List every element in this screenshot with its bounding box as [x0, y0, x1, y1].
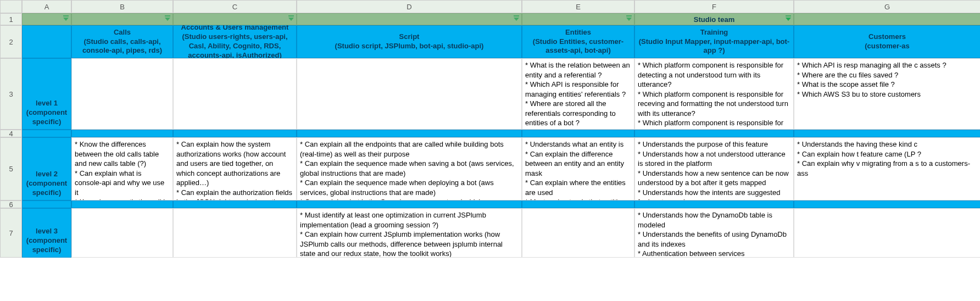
sep-A4[interactable]: [22, 130, 71, 137]
level-label-text: level 2 (component specific): [25, 170, 69, 198]
header-title: Training: [700, 28, 728, 37]
cell-G5[interactable]: * Understands the having these kind c * …: [794, 137, 980, 200]
cell-B3[interactable]: [71, 58, 173, 130]
row-label: 3: [9, 90, 13, 98]
sep-A6[interactable]: [22, 200, 71, 208]
header-cell-G[interactable]: Customers(customer-as: [794, 25, 980, 58]
cell-E5[interactable]: * Understands what an entity is * Can ex…: [522, 137, 634, 200]
cell-G3[interactable]: * Which API is resp managing all the c a…: [794, 58, 980, 130]
row-label: 6: [9, 200, 13, 209]
cell-text: * Know the differences between the old c…: [75, 140, 169, 200]
header-cell-F[interactable]: Training(Studio Input Mapper, input-mapp…: [634, 25, 794, 58]
level3-label[interactable]: level 3 (component specific): [22, 208, 71, 258]
header-title: Customers: [868, 32, 906, 42]
filter-cell-B[interactable]: [71, 13, 173, 25]
col-header-B[interactable]: B: [71, 0, 173, 13]
header-sub: (Studio Entities, customer-assets-api, b…: [526, 37, 631, 56]
header-sub: (customer-as: [865, 42, 910, 51]
level-label-text: level 3 (component specific): [25, 227, 69, 255]
row-header-7[interactable]: 7: [0, 208, 22, 258]
col-label: C: [232, 3, 237, 11]
header-cell-B[interactable]: Calls(Studio calls, calls-api, console-a…: [71, 25, 173, 58]
cell-text: * Which API is resp managing all the c a…: [797, 61, 946, 98]
header-sub: (Studio users-rights, users-api, Casl, A…: [177, 32, 293, 60]
header-sub: (Studio script, JSPlumb, bot-api, studio…: [335, 42, 484, 51]
col-label: F: [712, 3, 716, 11]
filter-icon: [288, 18, 294, 21]
team-label-cell[interactable]: Studio team: [634, 13, 794, 25]
col-header-G[interactable]: G: [794, 0, 980, 13]
row-header-3[interactable]: 3: [0, 58, 22, 130]
cell-text: * Understands how the DynamoDb table is …: [638, 211, 787, 258]
col-header-E[interactable]: E: [522, 0, 634, 13]
col-label: E: [576, 3, 581, 11]
col-header-F[interactable]: F: [634, 0, 794, 13]
sep-B6[interactable]: [71, 200, 173, 208]
header-title: Script: [399, 32, 420, 42]
cell-F3[interactable]: * Which platform component is responsibl…: [634, 58, 794, 130]
header-title: Entities: [565, 28, 591, 37]
filter-cell-E[interactable]: [522, 13, 634, 25]
cell-C5[interactable]: * Can explain how the system authorizati…: [173, 137, 297, 200]
cell-B5[interactable]: * Know the differences between the old c…: [71, 137, 173, 200]
cell-D3[interactable]: [297, 58, 522, 130]
header-sub: (Studio calls, calls-api, console-api, p…: [75, 37, 169, 56]
row-header-2[interactable]: 2: [0, 25, 22, 58]
cell-E7[interactable]: [522, 208, 634, 258]
header-sub: (Studio Input Mapper, input-mapper-api, …: [638, 37, 790, 56]
cell-G7[interactable]: [794, 208, 980, 258]
filter-cell-A[interactable]: [22, 13, 71, 25]
filter-cell-G[interactable]: [794, 13, 980, 25]
sep-F6[interactable]: [634, 200, 794, 208]
sep-E6[interactable]: [522, 200, 634, 208]
cell-D5[interactable]: * Can explain all the endpoints that are…: [297, 137, 522, 200]
col-header-C[interactable]: C: [173, 0, 297, 13]
sep-G4[interactable]: [794, 130, 980, 137]
row-header-4[interactable]: 4: [0, 130, 22, 137]
col-label: B: [120, 3, 125, 11]
header-cell-A[interactable]: [22, 25, 71, 58]
row-header-6[interactable]: 6: [0, 200, 22, 208]
col-label: D: [407, 3, 411, 11]
filter-cell-C[interactable]: [173, 13, 297, 25]
row-label: 4: [9, 130, 13, 138]
sep-D4[interactable]: [297, 130, 522, 137]
level2-label[interactable]: level 2 (component specific): [22, 137, 71, 200]
cell-text: * What is the relation between an entity…: [525, 61, 630, 130]
header-cell-C[interactable]: Accounts & Users management(Studio users…: [173, 25, 297, 58]
cell-F7[interactable]: * Understands how the DynamoDb table is …: [634, 208, 794, 258]
cell-B7[interactable]: [71, 208, 173, 258]
row-header-5[interactable]: 5: [0, 137, 22, 200]
cell-text: * Understands the purpose of this featur…: [638, 140, 789, 200]
filter-icon: [786, 18, 791, 21]
level1-label[interactable]: level 1 (component specific): [22, 58, 71, 130]
col-header-D[interactable]: D: [297, 0, 522, 13]
sep-G6[interactable]: [794, 200, 980, 208]
cell-F5[interactable]: * Understands the purpose of this featur…: [634, 137, 794, 200]
sep-C6[interactable]: [173, 200, 297, 208]
row-label: 2: [9, 38, 13, 46]
col-header-A[interactable]: A: [22, 0, 71, 13]
cell-text: * Understands the having these kind c * …: [797, 140, 970, 177]
sep-F4[interactable]: [634, 130, 794, 137]
filter-icon: [63, 18, 69, 21]
row-header-1[interactable]: 1: [0, 13, 22, 25]
sep-C4[interactable]: [173, 130, 297, 137]
cell-D7[interactable]: * Must identify at least one optimizatio…: [297, 208, 522, 258]
level-label-text: level 1 (component specific): [25, 99, 69, 127]
sep-B4[interactable]: [71, 130, 173, 137]
header-title: Calls: [114, 28, 131, 37]
sep-D6[interactable]: [297, 200, 522, 208]
filter-cell-D[interactable]: [297, 13, 522, 25]
corner-cell[interactable]: [0, 0, 22, 13]
cell-C3[interactable]: [173, 58, 297, 130]
spreadsheet-grid: A B C D E F G 1 Studio team 2 Calls(Stud…: [0, 0, 980, 258]
sep-E4[interactable]: [522, 130, 634, 137]
cell-C7[interactable]: [173, 208, 297, 258]
header-cell-D[interactable]: Script(Studio script, JSPlumb, bot-api, …: [297, 25, 522, 58]
cell-E3[interactable]: * What is the relation between an entity…: [522, 58, 634, 130]
row-label: 1: [9, 15, 13, 24]
filter-icon: [626, 18, 632, 21]
filter-icon: [165, 18, 170, 21]
header-cell-E[interactable]: Entities(Studio Entities, customer-asset…: [522, 25, 634, 58]
